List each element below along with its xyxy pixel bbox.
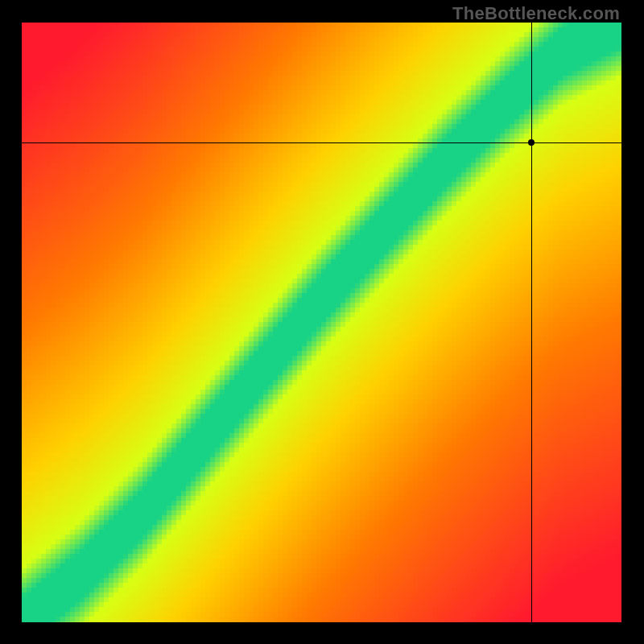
crosshair-vertical: [531, 23, 532, 622]
heatmap-container: [22, 23, 621, 622]
marker-dot: [528, 139, 535, 146]
watermark-text: TheBottleneck.com: [452, 3, 620, 24]
